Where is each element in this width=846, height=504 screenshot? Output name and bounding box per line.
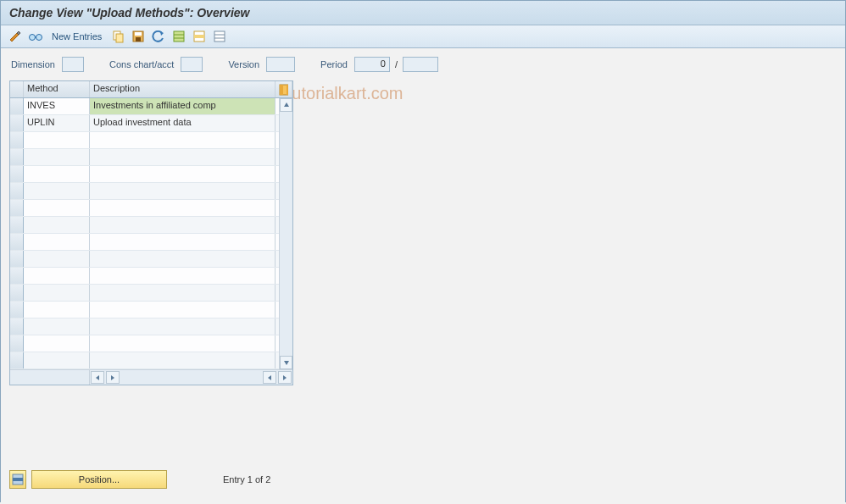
svg-point-0 xyxy=(30,35,36,41)
cell-method[interactable]: INVES xyxy=(24,98,90,114)
select-all-icon[interactable] xyxy=(171,29,186,44)
svg-rect-18 xyxy=(287,85,288,95)
svg-rect-7 xyxy=(136,37,141,42)
row-selector[interactable] xyxy=(10,183,24,199)
period-field[interactable]: 0 xyxy=(354,57,390,72)
row-selector[interactable] xyxy=(10,302,24,318)
column-header-description[interactable]: Description xyxy=(90,81,276,97)
change-icon[interactable] xyxy=(8,29,23,44)
copy-icon[interactable] xyxy=(110,29,125,44)
scroll-up-icon[interactable] xyxy=(280,98,292,112)
horizontal-scrollbar[interactable] xyxy=(10,369,292,385)
filter-bar: Dimension Cons chart/acct Version Period… xyxy=(1,48,845,77)
row-selector[interactable] xyxy=(10,268,24,284)
svg-point-1 xyxy=(36,35,42,41)
period-label: Period xyxy=(320,59,348,69)
cell-description[interactable]: Investments in affiliated comp xyxy=(90,98,276,114)
row-selector[interactable] xyxy=(10,352,24,368)
scroll-right-icon[interactable] xyxy=(263,371,276,384)
row-selector[interactable] xyxy=(10,234,24,250)
scroll-left-icon[interactable] xyxy=(106,371,120,384)
new-entries-button[interactable]: New Entries xyxy=(48,31,105,42)
version-field[interactable] xyxy=(266,57,295,72)
cell-method[interactable]: UPLIN xyxy=(24,115,90,131)
cons-chart-label: Cons chart/acct xyxy=(109,59,174,69)
row-selector[interactable] xyxy=(10,98,24,114)
dimension-label: Dimension xyxy=(11,59,55,69)
undo-icon[interactable] xyxy=(151,29,166,44)
scroll-down-icon[interactable] xyxy=(280,356,292,369)
methods-table: Method Description INVES Investments in … xyxy=(9,80,293,385)
scroll-left-first-icon[interactable] xyxy=(91,371,104,384)
position-icon-button[interactable] xyxy=(9,470,26,489)
table-body: INVES Investments in affiliated comp UPL… xyxy=(10,98,292,369)
glasses-icon[interactable] xyxy=(28,29,43,44)
row-selector[interactable] xyxy=(10,217,24,233)
toolbar: New Entries xyxy=(1,25,845,48)
cons-chart-field[interactable] xyxy=(181,57,203,72)
save-icon[interactable] xyxy=(131,29,146,44)
configure-columns-icon[interactable] xyxy=(276,81,292,97)
vertical-scrollbar[interactable] xyxy=(279,98,292,369)
deselect-all-icon[interactable] xyxy=(212,29,227,44)
column-header-method[interactable]: Method xyxy=(24,81,90,97)
row-selector-header[interactable] xyxy=(10,81,24,97)
svg-rect-13 xyxy=(214,31,225,42)
row-selector[interactable] xyxy=(10,132,24,148)
row-selector[interactable] xyxy=(10,335,24,352)
row-selector[interactable] xyxy=(10,251,24,267)
svg-rect-17 xyxy=(280,85,283,95)
page-title: Change View "Upload Methods": Overview xyxy=(1,1,845,25)
position-button[interactable]: Position... xyxy=(31,470,167,489)
entry-status-text: Entry 1 of 2 xyxy=(223,474,270,485)
scroll-right-last-icon[interactable] xyxy=(278,371,292,384)
svg-rect-8 xyxy=(174,31,184,42)
row-selector[interactable] xyxy=(10,166,24,182)
svg-rect-4 xyxy=(116,34,123,42)
row-selector[interactable] xyxy=(10,318,24,335)
row-selector[interactable] xyxy=(10,200,24,216)
svg-rect-6 xyxy=(135,32,142,36)
svg-rect-20 xyxy=(13,478,23,481)
dimension-field[interactable] xyxy=(62,57,84,72)
version-label: Version xyxy=(228,59,259,69)
row-selector[interactable] xyxy=(10,149,24,165)
cell-description[interactable]: Upload investment data xyxy=(90,115,276,131)
period-year-field[interactable] xyxy=(403,57,438,72)
period-separator: / xyxy=(395,59,398,69)
select-block-icon[interactable] xyxy=(192,29,207,44)
row-selector[interactable] xyxy=(10,285,24,301)
row-selector[interactable] xyxy=(10,115,24,131)
svg-rect-12 xyxy=(194,35,204,38)
